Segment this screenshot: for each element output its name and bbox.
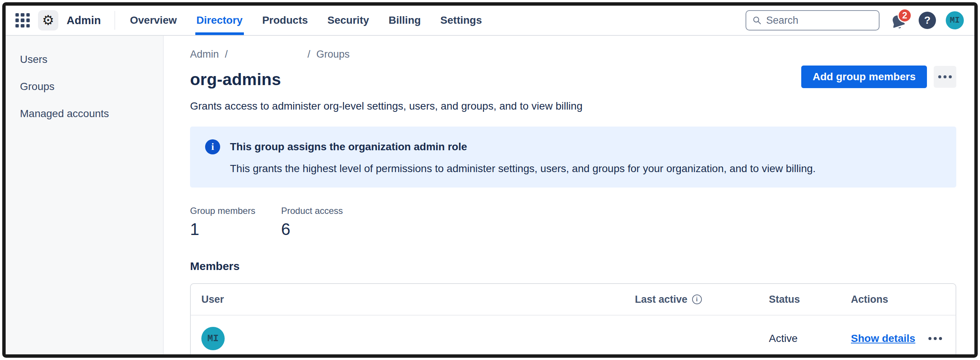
stat-group-members: Group members 1 bbox=[190, 205, 281, 239]
breadcrumb-separator: / bbox=[307, 49, 310, 60]
stat-product-access: Product access 6 bbox=[281, 205, 372, 239]
nav-tab-billing[interactable]: Billing bbox=[388, 6, 422, 35]
sidebar-item-managed-accounts[interactable]: Managed accounts bbox=[18, 105, 163, 123]
status-cell: Active bbox=[769, 333, 851, 344]
stats-row: Group members 1 Product access 6 bbox=[190, 205, 956, 239]
app-window: ⚙ Admin Overview Directory Products Secu… bbox=[2, 2, 978, 358]
member-avatar[interactable]: MI bbox=[201, 327, 225, 350]
top-bar: ⚙ Admin Overview Directory Products Secu… bbox=[6, 6, 974, 36]
stat-value: 6 bbox=[281, 220, 372, 239]
info-icon: i bbox=[205, 139, 220, 155]
title-row: org-admins Add group members bbox=[190, 65, 956, 89]
notification-count-badge: 2 bbox=[897, 8, 912, 22]
question-mark-icon: ? bbox=[924, 14, 930, 26]
members-table: User Last active i Status Actions MI Act… bbox=[190, 283, 956, 354]
last-active-info-icon[interactable]: i bbox=[692, 295, 702, 304]
sidebar-item-groups[interactable]: Groups bbox=[18, 78, 163, 95]
breadcrumb: Admin / / Groups bbox=[190, 49, 956, 60]
ellipsis-icon bbox=[938, 75, 941, 78]
body-row: Users Groups Managed accounts Admin / / … bbox=[6, 36, 974, 354]
topbar-divider bbox=[115, 11, 115, 30]
column-header-last-active: Last active i bbox=[635, 294, 769, 306]
column-header-user: User bbox=[201, 294, 635, 306]
app-switcher-icon[interactable] bbox=[16, 13, 30, 27]
title-actions: Add group members bbox=[801, 65, 956, 88]
breadcrumb-org[interactable] bbox=[234, 49, 301, 60]
group-more-actions-button[interactable] bbox=[934, 66, 956, 88]
sidebar-item-users[interactable]: Users bbox=[18, 51, 163, 68]
stat-label: Product access bbox=[281, 205, 372, 216]
stat-label: Group members bbox=[190, 205, 281, 216]
banner-title: This group assigns the organization admi… bbox=[230, 139, 816, 155]
breadcrumb-admin[interactable]: Admin bbox=[190, 49, 219, 60]
table-header-row: User Last active i Status Actions bbox=[191, 284, 956, 315]
actions-cell: Show details bbox=[851, 333, 945, 344]
info-banner: i This group assigns the organization ad… bbox=[190, 126, 956, 188]
user-cell: MI bbox=[201, 327, 635, 350]
nav-tab-overview[interactable]: Overview bbox=[129, 6, 178, 35]
nav-tab-products[interactable]: Products bbox=[261, 6, 309, 35]
show-details-link[interactable]: Show details bbox=[851, 333, 915, 344]
top-navigation: Overview Directory Products Security Bil… bbox=[129, 6, 483, 35]
search-icon bbox=[752, 15, 762, 25]
members-heading: Members bbox=[190, 260, 956, 272]
main-content: Admin / / Groups org-admins Add group me… bbox=[164, 36, 974, 354]
nav-tab-settings[interactable]: Settings bbox=[439, 6, 483, 35]
page-title: org-admins bbox=[190, 70, 281, 89]
help-button[interactable]: ? bbox=[919, 12, 936, 29]
sidebar: Users Groups Managed accounts bbox=[6, 36, 164, 354]
banner-body: This grants the highest level of permiss… bbox=[230, 162, 816, 175]
add-group-members-button[interactable]: Add group members bbox=[801, 65, 927, 88]
search-input[interactable] bbox=[766, 15, 873, 26]
breadcrumb-groups[interactable]: Groups bbox=[317, 49, 350, 60]
row-more-actions-button[interactable] bbox=[926, 334, 945, 343]
breadcrumb-separator: / bbox=[225, 49, 228, 60]
stat-value: 1 bbox=[190, 220, 281, 239]
search-box[interactable] bbox=[746, 10, 880, 30]
notifications-button[interactable]: 2 bbox=[889, 10, 909, 31]
admin-gear-button[interactable]: ⚙ bbox=[38, 10, 58, 30]
gear-icon: ⚙ bbox=[42, 14, 54, 27]
banner-text: This group assigns the organization admi… bbox=[230, 139, 816, 175]
nav-tab-security[interactable]: Security bbox=[326, 6, 370, 35]
user-avatar[interactable]: MI bbox=[946, 11, 964, 29]
app-name: Admin bbox=[67, 14, 101, 27]
nav-tab-directory[interactable]: Directory bbox=[195, 6, 244, 35]
ellipsis-icon bbox=[928, 337, 931, 340]
column-header-actions: Actions bbox=[851, 294, 945, 306]
table-row: MI Active Show details bbox=[191, 315, 956, 354]
group-description: Grants access to administer org-level se… bbox=[190, 100, 956, 112]
topbar-right: 2 ? MI bbox=[746, 6, 964, 35]
column-header-status: Status bbox=[769, 294, 851, 306]
topbar-left: ⚙ Admin bbox=[16, 6, 101, 35]
